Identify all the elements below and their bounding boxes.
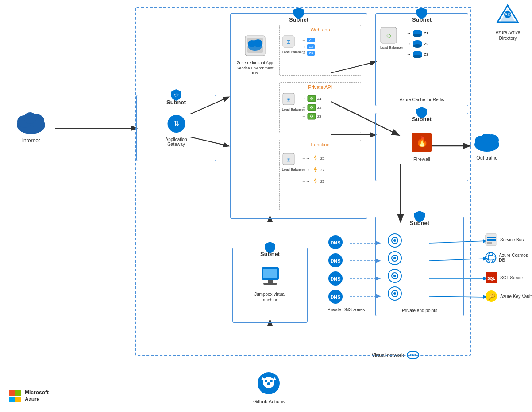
sql-server-label: SQL Server bbox=[500, 275, 523, 280]
svg-text:DNS: DNS bbox=[330, 258, 340, 263]
service-bus-label: Service Bus bbox=[500, 237, 524, 242]
service-bus-node: Service Bus bbox=[485, 233, 524, 246]
azure-ad-node: AD Azure Active Directory bbox=[487, 4, 529, 41]
lb-webapp-icon: ⊞ Load Balancer bbox=[282, 35, 305, 54]
firewall-container: 🔥 Firewall bbox=[410, 131, 433, 162]
dns3: DNS bbox=[328, 271, 365, 286]
azure-ad-icon: AD bbox=[496, 4, 520, 28]
api-z1-row: →⚙Z1 bbox=[302, 95, 321, 102]
subnet-redis-label: Subnet bbox=[412, 16, 432, 23]
jumpbox-container: Jumpbox virtual machine bbox=[251, 266, 289, 303]
cosmos-db-label: Azure Cosmos DB bbox=[499, 253, 532, 263]
svg-text:DNS: DNS bbox=[330, 294, 340, 300]
dns2: DNS bbox=[328, 252, 365, 268]
svg-point-91 bbox=[267, 382, 270, 385]
svg-point-103 bbox=[488, 252, 493, 263]
diagram: Internet 🛡 Subnet ⇅ Application Gateway … bbox=[0, 0, 532, 412]
subnet-appgw-label: Subnet bbox=[166, 99, 186, 106]
ms-yellow-square bbox=[15, 397, 21, 402]
svg-rect-85 bbox=[268, 280, 273, 283]
inner-webapp: Web app ⊞ Load Balancer →Z1 →Z2 →Z3 bbox=[279, 25, 361, 76]
svg-rect-84 bbox=[263, 269, 277, 278]
appgw-label: Application Gateway bbox=[157, 137, 196, 147]
key-vault-node: 🔑 Azure Key Vault bbox=[485, 290, 532, 303]
svg-rect-86 bbox=[263, 283, 277, 285]
dns1: DNS bbox=[328, 234, 365, 250]
func-z1-row: →→Z1 bbox=[302, 154, 324, 162]
z1-row: →Z1 bbox=[302, 38, 315, 42]
ms-green-square bbox=[15, 390, 21, 396]
key-vault-label: Azure Key Vault bbox=[500, 294, 532, 299]
azure-ad-label: Azure Active Directory bbox=[487, 30, 529, 41]
internet-label: Internet bbox=[13, 137, 49, 144]
subnet-jumpbox: Subnet Jumpbox virtual machine bbox=[232, 248, 308, 323]
api-z3-row: →⚙Z3 bbox=[302, 113, 321, 120]
ms-blue-square bbox=[9, 397, 15, 402]
svg-point-50 bbox=[413, 34, 422, 37]
func-z2-row: →→Z2 bbox=[302, 166, 324, 174]
vnet-icon bbox=[407, 351, 419, 359]
svg-text:⊞: ⊞ bbox=[286, 96, 291, 103]
ase-icon bbox=[243, 34, 267, 58]
subnet-appgw: 🛡 Subnet ⇅ Application Gateway bbox=[136, 95, 216, 161]
z3-row: →Z3 bbox=[302, 51, 315, 56]
subnet-redis: Subnet ◇ Load Balancer → Z1 → Z2 → bbox=[375, 13, 468, 106]
cosmos-db-icon bbox=[485, 251, 497, 264]
svg-point-110 bbox=[410, 354, 412, 356]
out-traffic-cloud-icon bbox=[471, 130, 502, 153]
ms-logo-text: Microsoft Azure bbox=[25, 389, 49, 403]
function-label: Function bbox=[311, 142, 329, 147]
svg-point-56 bbox=[413, 55, 422, 58]
github-icon bbox=[257, 371, 281, 396]
out-traffic-label: Out traffic bbox=[471, 155, 502, 160]
key-vault-icon: 🔑 bbox=[485, 290, 498, 303]
ms-logo: Microsoft Azure bbox=[9, 389, 49, 403]
svg-text:⚙: ⚙ bbox=[310, 96, 313, 101]
svg-marker-44 bbox=[314, 167, 317, 173]
ase-label: Zone-redundant App Service Environment I… bbox=[235, 61, 275, 76]
svg-text:DNS: DNS bbox=[330, 240, 340, 245]
svg-rect-100 bbox=[487, 239, 496, 241]
svg-text:DNS: DNS bbox=[330, 276, 340, 282]
jumpbox-icon bbox=[258, 266, 282, 288]
svg-text:🔥: 🔥 bbox=[416, 136, 428, 148]
redis-z2: → Z2 bbox=[407, 40, 428, 48]
svg-point-62 bbox=[481, 134, 492, 143]
svg-text:AD: AD bbox=[505, 12, 511, 17]
dns-zones-label: Private DNS zones bbox=[328, 307, 365, 313]
svg-point-104 bbox=[486, 256, 496, 260]
endpoint-icon-4 bbox=[387, 286, 403, 301]
svg-point-111 bbox=[412, 354, 414, 356]
endpoint-icon-2 bbox=[387, 250, 403, 266]
svg-point-74 bbox=[393, 292, 396, 295]
cosmos-db-node: Azure Cosmos DB bbox=[485, 251, 532, 264]
webapp-label: Web app bbox=[311, 27, 330, 32]
inner-function: Function ⊞ Load Balancer →→Z1 →→Z2 →→Z3 bbox=[279, 140, 361, 210]
github-label: Github Actions bbox=[253, 399, 285, 404]
ms-squares-icon bbox=[9, 390, 21, 402]
github-actions-node: Github Actions bbox=[253, 371, 285, 404]
firewall-icon: 🔥 bbox=[410, 131, 433, 154]
func-z3-row: →→Z3 bbox=[302, 177, 324, 185]
svg-text:🛡: 🛡 bbox=[174, 93, 179, 98]
redis-z1: → Z1 bbox=[407, 29, 428, 37]
svg-point-30 bbox=[254, 39, 262, 47]
subnet-firewall: Subnet 🔥 Firewall bbox=[375, 113, 468, 181]
out-traffic-node: Out traffic bbox=[471, 130, 502, 160]
svg-rect-101 bbox=[487, 242, 492, 244]
svg-point-71 bbox=[393, 275, 396, 277]
svg-text:⇅: ⇅ bbox=[173, 120, 179, 127]
appgw-icon: ⇅ bbox=[166, 113, 187, 134]
svg-point-112 bbox=[414, 354, 416, 356]
subnet-ase: Subnet Zone-redundant App Service Enviro… bbox=[230, 13, 367, 219]
endpoint-icon-3 bbox=[387, 268, 403, 284]
svg-text:⚙: ⚙ bbox=[310, 105, 313, 110]
internet-node: Internet bbox=[13, 108, 49, 144]
svg-marker-43 bbox=[314, 155, 317, 161]
svg-text:SQL: SQL bbox=[487, 276, 496, 281]
svg-point-89 bbox=[265, 380, 267, 382]
svg-text:⊞: ⊞ bbox=[286, 39, 291, 45]
svg-text:🔑: 🔑 bbox=[488, 293, 496, 300]
dns-zones-container: DNS DNS DNS DNS Private DNS zones bbox=[328, 234, 365, 313]
endpoints-label: Private end points bbox=[402, 308, 437, 313]
